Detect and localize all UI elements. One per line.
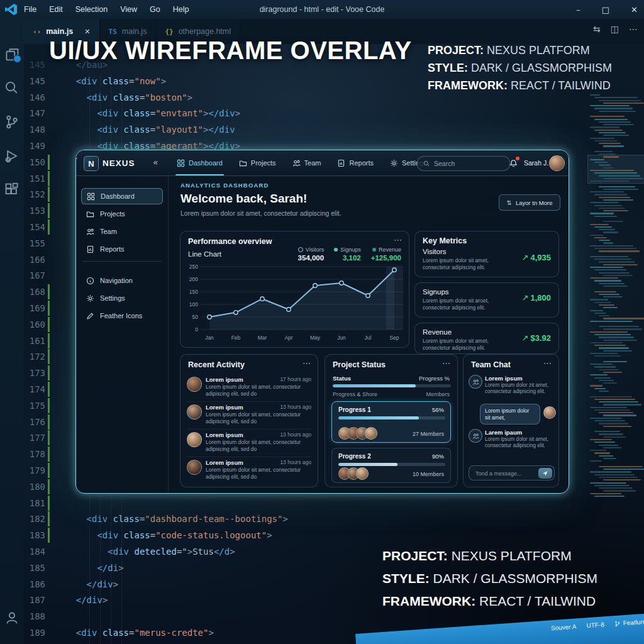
menu-item-edit[interactable]: Edit [49, 5, 63, 14]
activity-item[interactable]: Lorem ipsum13 hours agoLorem ipsum dolor… [187, 459, 311, 484]
key-metric-revenue[interactable]: RevenueLorem ipsum dolor sit amet, conse… [414, 323, 559, 354]
project-1[interactable]: Progress 156%27 Members [331, 401, 451, 443]
activitybar-files-icon[interactable] [4, 47, 19, 62]
member-avatar[interactable] [365, 427, 377, 440]
tab-close-icon[interactable]: ✕ [84, 28, 90, 36]
minimize-button[interactable]: – [576, 5, 580, 14]
minimap-line [594, 474, 635, 475]
layout-more-button[interactable]: ⇅ Layor tn More [499, 194, 560, 211]
code-line-182[interactable]: 182 <div class="dashboard-team--bootings… [24, 511, 577, 527]
menu-item-selection[interactable]: Selection [75, 5, 108, 14]
minimap-line [599, 391, 609, 392]
nav-tab-team[interactable]: Team [292, 150, 321, 175]
minimap-line [590, 277, 618, 279]
minimap[interactable] [590, 94, 643, 635]
status-item[interactable]: Featlunt [614, 618, 644, 627]
report-icon [337, 159, 345, 167]
sidebar-item-reports[interactable]: Reports [81, 241, 163, 257]
more-icon[interactable]: ⋯ [543, 358, 552, 368]
git-gutter-mark [48, 528, 50, 543]
sidebar-item-settings[interactable]: Settings [81, 290, 163, 306]
search-input[interactable]: Search [417, 156, 510, 171]
activity-avatar[interactable] [187, 404, 202, 419]
chat-avatar[interactable] [543, 406, 556, 419]
avatar[interactable] [76, 158, 77, 159]
send-button[interactable] [538, 468, 552, 479]
key-metrics-title: Key Metrics [423, 236, 467, 245]
minimap-line [599, 412, 633, 413]
git-gutter-mark [48, 317, 50, 332]
code-line-183[interactable]: 183 <div class="code-status.logoout"> [24, 527, 577, 543]
activitybar-account-icon[interactable] [4, 610, 19, 625]
metric-label: Signups [423, 288, 449, 296]
menu-item-go[interactable]: Go [150, 5, 160, 14]
minimap-line [594, 302, 611, 303]
split-editor-icon[interactable]: ◫ [611, 24, 619, 34]
more-actions-icon[interactable]: ⋯ [629, 24, 638, 34]
nav-tab-projects[interactable]: Projects [239, 150, 276, 175]
gutter [48, 74, 50, 89]
minimap-line [590, 170, 634, 171]
status-item[interactable]: UTF-8 [586, 621, 604, 629]
activity-avatar[interactable] [187, 432, 202, 447]
gutter [48, 252, 50, 267]
activitybar-search-icon[interactable] [4, 80, 19, 96]
menu-item-file[interactable]: File [24, 5, 36, 14]
notifications-bell-icon[interactable] [509, 158, 518, 168]
git-gutter-mark [48, 479, 50, 494]
code-text: <div class="dashboard-team--bootings"> [55, 514, 288, 524]
member-avatar[interactable] [356, 467, 369, 480]
sidebar-item-navigation[interactable]: Navigation [81, 272, 163, 289]
minimap-line [599, 336, 634, 338]
git-gutter-mark [48, 382, 50, 397]
activitybar-debug-icon[interactable] [4, 148, 19, 164]
user-avatar[interactable] [549, 155, 565, 171]
key-metric-signups[interactable]: SignupsLorem ipsum dolor sit aroet, cons… [414, 282, 559, 318]
activity-item[interactable]: Lorem ipsum13 hours agoLorem ipsum dolor… [187, 404, 311, 429]
minimap-line [590, 374, 608, 375]
code-line-181[interactable]: 181 [24, 495, 577, 511]
members-count: 27 Members [413, 431, 444, 437]
activity-item[interactable]: Lorem ipsum17 hours agoLorem ipsum dolor… [187, 376, 311, 401]
menu-item-help[interactable]: Help [173, 5, 189, 14]
compare-changes-icon[interactable]: ⇆ [593, 24, 601, 34]
sidebar-item-team[interactable]: Team [81, 223, 163, 240]
key-metric-visitors[interactable]: Key MetricsVisitorsLorem ipsum dolor sit… [414, 231, 559, 277]
activity-avatar[interactable] [187, 460, 202, 475]
branch-icon [614, 620, 621, 627]
minimap-line [603, 103, 644, 104]
close-button[interactable]: ✕ [631, 5, 638, 14]
minimap-line [594, 130, 623, 131]
maximize-button[interactable]: □ [602, 5, 609, 14]
minimap-line [603, 340, 637, 341]
activity-desc: Lorem ipsum dolor sit amet, consectetur … [206, 384, 309, 397]
sidebar-item-projects[interactable]: Projects [81, 206, 163, 222]
more-icon[interactable]: ⋯ [394, 235, 402, 245]
minimap-line [590, 126, 619, 128]
menu-item-view[interactable]: View [120, 5, 137, 14]
nav-tab-dashboard[interactable]: Dashboard [177, 150, 223, 175]
minimap-line [594, 399, 635, 400]
activitybar-extensions-icon[interactable] [4, 182, 19, 197]
nav-tab-reports[interactable]: Reports [337, 150, 374, 175]
project-2[interactable]: Progress 290%10 Members [331, 448, 451, 483]
sidebar-item-dashboard[interactable]: Dashboard [81, 188, 163, 204]
line-number: 181 [24, 498, 45, 508]
status-item[interactable]: Souver A [551, 623, 577, 631]
more-icon[interactable]: ⋯ [303, 358, 311, 368]
code-line-147[interactable]: 147 <div class="envtant"></div> [24, 105, 577, 121]
code-line-148[interactable]: 148 <div class="layout1"></div [24, 121, 577, 138]
project-name: Progress 2 [338, 453, 371, 460]
sidebar-item-feather-icons[interactable]: Feather Icons [81, 308, 163, 324]
collapse-sidebar-icon[interactable]: « [153, 157, 158, 167]
meta-line: STYLE: DARK / GLASSMORPHISM [382, 567, 597, 590]
minimap-line [590, 428, 643, 430]
minimap-line [590, 191, 624, 192]
activitybar-branch-icon[interactable] [4, 114, 19, 130]
minimap-line [590, 482, 626, 484]
line-number: 168 [24, 287, 45, 297]
activity-item[interactable]: Lorem ipsum13 hours agoLorem ipsum dolor… [187, 431, 311, 457]
activity-avatar[interactable] [187, 377, 202, 392]
more-icon[interactable]: ⋯ [442, 358, 451, 368]
chat-message-input[interactable] [474, 467, 535, 480]
